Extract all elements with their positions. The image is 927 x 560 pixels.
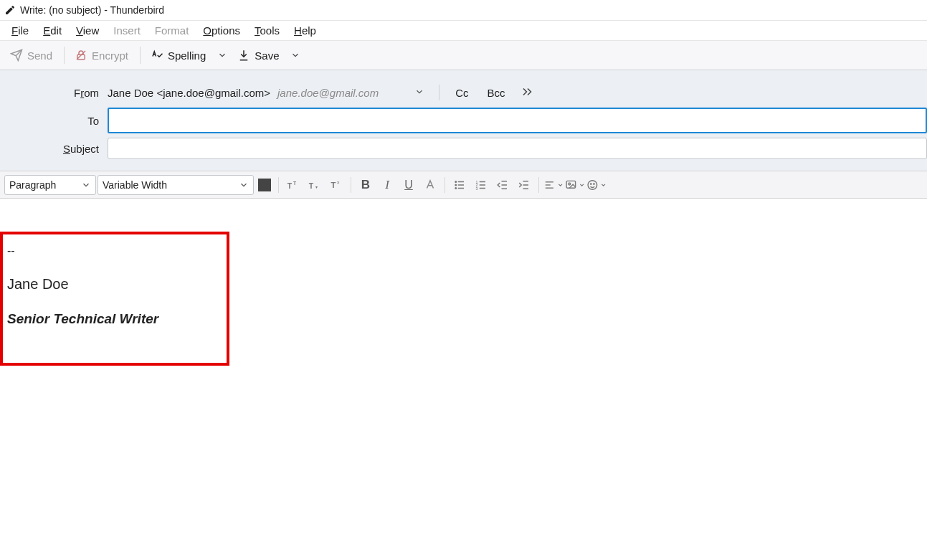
svg-point-31 — [588, 180, 597, 189]
subject-input[interactable] — [108, 138, 927, 159]
text-color-button[interactable] — [258, 179, 271, 191]
remove-format-icon: T× — [330, 179, 343, 191]
emoji-icon — [586, 179, 599, 191]
italic-button[interactable]: I — [377, 175, 397, 195]
from-row: From Jane Doe <jane.doe@gmail.com> jane.… — [0, 80, 927, 105]
format-toolbar: Paragraph Variable Width TT T▾ T× B I U … — [0, 171, 927, 199]
svg-point-30 — [569, 183, 571, 185]
to-label: To — [0, 115, 108, 127]
menu-insert: Insert — [106, 23, 148, 38]
svg-point-33 — [594, 183, 594, 184]
bullet-list-icon — [453, 179, 466, 191]
svg-text:T: T — [287, 181, 293, 189]
encrypt-label: Encrypt — [92, 49, 128, 62]
svg-text:T: T — [293, 181, 297, 186]
menu-help[interactable]: Help — [287, 23, 323, 38]
save-button[interactable]: Save — [232, 46, 285, 65]
outdent-icon — [496, 179, 509, 191]
signature-separator: -- — [7, 245, 222, 257]
chevron-down-icon — [414, 87, 424, 97]
chevron-down-icon — [557, 181, 564, 189]
format-separator — [351, 177, 351, 193]
chevron-down-icon — [290, 50, 300, 60]
signature-highlight: -- Jane Doe Senior Technical Writer — [0, 232, 229, 366]
increase-font-button[interactable]: TT — [283, 175, 303, 195]
menu-tools[interactable]: Tools — [247, 23, 287, 38]
cc-button[interactable]: Cc — [451, 85, 472, 100]
more-recipients-button[interactable] — [517, 85, 538, 100]
menu-view[interactable]: View — [69, 23, 106, 38]
encrypt-button: Encrypt — [69, 46, 134, 65]
svg-text:T: T — [309, 181, 314, 189]
spelling-button[interactable]: Spelling — [145, 46, 211, 65]
font-larger-icon: TT — [287, 179, 300, 191]
format-separator — [278, 177, 279, 193]
text-color-icon — [424, 179, 437, 191]
main-toolbar: Send Encrypt Spelling Save — [0, 40, 927, 70]
decrease-font-button[interactable]: T▾ — [305, 175, 325, 195]
save-dropdown[interactable] — [286, 47, 305, 63]
spelling-dropdown[interactable] — [213, 47, 232, 63]
menu-options[interactable]: Options — [196, 23, 247, 38]
from-hint: jane.doe@gmail.com — [277, 87, 379, 99]
bold-button[interactable]: B — [356, 175, 376, 195]
paragraph-style-label: Paragraph — [9, 179, 56, 191]
svg-point-10 — [455, 184, 457, 186]
insert-image-button[interactable] — [565, 175, 585, 195]
spellcheck-icon — [151, 49, 163, 62]
chevron-double-right-icon — [521, 87, 534, 96]
svg-text:T: T — [331, 180, 336, 189]
from-identity[interactable]: Jane Doe <jane.doe@gmail.com> — [108, 87, 270, 99]
subject-label: Subject — [0, 143, 108, 155]
window-title: Write: (no subject) - Thunderbird — [20, 4, 164, 16]
encrypt-icon — [75, 49, 87, 62]
svg-point-32 — [591, 183, 591, 184]
from-label: From — [0, 87, 108, 99]
to-row: To — [0, 108, 927, 133]
menu-file[interactable]: File — [4, 23, 36, 38]
svg-text:×: × — [337, 180, 340, 185]
toolbar-separator — [140, 47, 141, 64]
format-separator — [445, 177, 445, 193]
paragraph-style-select[interactable]: Paragraph — [4, 175, 96, 195]
from-dropdown[interactable] — [412, 85, 427, 100]
bullet-list-button[interactable] — [450, 175, 470, 195]
subject-row: Subject — [0, 136, 927, 161]
format-separator — [538, 177, 539, 193]
image-icon — [565, 179, 577, 191]
window-title-bar: Write: (no subject) - Thunderbird — [0, 0, 927, 20]
chevron-down-icon — [239, 180, 249, 190]
bcc-button[interactable]: Bcc — [483, 85, 510, 100]
send-label: Send — [27, 49, 52, 62]
indent-icon — [518, 179, 531, 191]
indent-button[interactable] — [514, 175, 534, 195]
message-body[interactable]: -- Jane Doe Senior Technical Writer — [0, 199, 927, 373]
send-icon — [10, 49, 23, 62]
pencil-icon — [4, 4, 16, 16]
svg-text:3: 3 — [476, 186, 478, 190]
to-input[interactable] — [108, 108, 927, 133]
chevron-down-icon — [81, 180, 91, 190]
underline-button[interactable]: U — [399, 175, 419, 195]
align-button[interactable] — [543, 175, 564, 195]
font-label: Variable Width — [103, 179, 167, 191]
chevron-down-icon — [579, 181, 585, 189]
chevron-down-icon — [217, 50, 227, 60]
menu-edit[interactable]: Edit — [36, 23, 69, 38]
remove-formatting-button[interactable]: T× — [326, 175, 346, 195]
align-icon — [543, 179, 556, 191]
save-label: Save — [255, 49, 279, 62]
chevron-down-icon — [600, 181, 607, 189]
compose-header: From Jane Doe <jane.doe@gmail.com> jane.… — [0, 70, 927, 171]
numbered-list-button[interactable]: 123 — [471, 175, 491, 195]
text-effects-button[interactable] — [420, 175, 440, 195]
outdent-button[interactable] — [493, 175, 513, 195]
insert-emoji-button[interactable] — [586, 175, 607, 195]
svg-text:▾: ▾ — [315, 185, 318, 189]
menu-format: Format — [148, 23, 196, 38]
signature-title: Senior Technical Writer — [7, 311, 222, 327]
menu-bar: File Edit View Insert Format Options Too… — [0, 20, 927, 40]
font-smaller-icon: T▾ — [308, 179, 321, 191]
numbered-list-icon: 123 — [475, 179, 488, 191]
font-select[interactable]: Variable Width — [98, 175, 254, 195]
